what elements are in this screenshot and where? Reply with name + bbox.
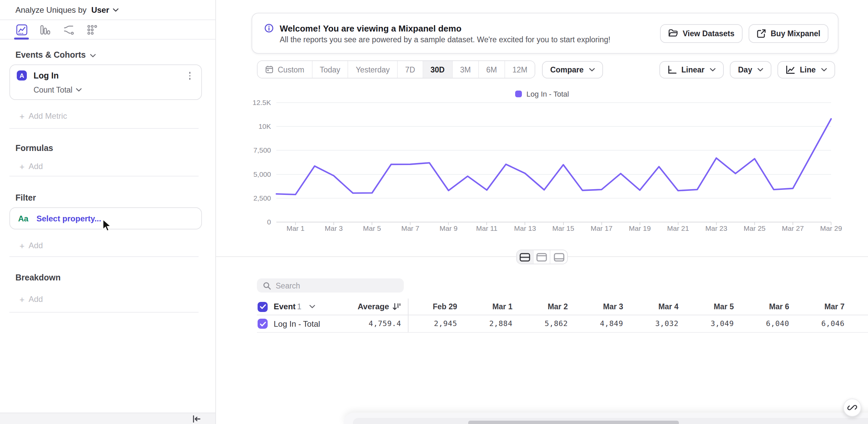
select-property-link[interactable]: Select property... bbox=[36, 214, 101, 223]
banner-subtitle: All the reports you see are powered by a… bbox=[280, 35, 611, 43]
events-cohorts-heading[interactable]: Events & Cohorts bbox=[0, 50, 215, 60]
compare-dropdown[interactable]: Compare bbox=[542, 61, 603, 78]
table-value-cell: 3,032 bbox=[626, 315, 681, 332]
line-chart-svg: 02,5005,0007,50010K12.5KMar 1Mar 3Mar 5M… bbox=[216, 98, 867, 236]
table-date-header[interactable]: Mar 4 bbox=[626, 299, 681, 315]
formulas-heading: Formulas bbox=[0, 144, 215, 154]
chart-legend[interactable]: Log In - Total bbox=[216, 90, 868, 98]
scrollbar-track[interactable] bbox=[353, 418, 868, 424]
calendar-icon bbox=[265, 65, 274, 74]
add-formula-button[interactable]: + Add bbox=[0, 162, 215, 171]
table-value-cell: 3,049 bbox=[681, 315, 737, 332]
analyze-header: Analyze Uniques by User bbox=[0, 0, 215, 20]
string-property-type-badge: Aa bbox=[18, 214, 29, 223]
section-divider bbox=[9, 256, 198, 257]
table-date-header[interactable]: Mar 5 bbox=[681, 299, 737, 315]
legend-label: Log In - Total bbox=[527, 90, 569, 98]
retention-grid-icon bbox=[86, 24, 98, 35]
svg-text:0: 0 bbox=[267, 218, 271, 226]
add-breakdown-button[interactable]: + Add bbox=[0, 295, 215, 304]
series-checkbox[interactable] bbox=[257, 319, 268, 329]
range-button-6m[interactable]: 6M bbox=[479, 61, 505, 78]
copy-link-button[interactable] bbox=[843, 398, 861, 417]
breakdown-heading: Breakdown bbox=[0, 273, 215, 283]
collapse-left-icon bbox=[192, 415, 200, 422]
range-button-30d[interactable]: 30D bbox=[423, 61, 453, 78]
buy-mixpanel-button[interactable]: Buy Mixpanel bbox=[749, 24, 829, 42]
average-column-header[interactable]: Average bbox=[344, 299, 408, 315]
collapse-sidebar-button[interactable] bbox=[192, 415, 200, 422]
tab-bar-chart[interactable] bbox=[39, 20, 51, 39]
svg-text:Mar 11: Mar 11 bbox=[476, 224, 497, 232]
folder-icon bbox=[668, 29, 678, 37]
chevron-down-icon bbox=[90, 53, 96, 57]
interval-dropdown[interactable]: Day bbox=[730, 61, 772, 78]
date-range-group: CustomTodayYesterday7D30D3M6M12M bbox=[257, 60, 535, 79]
layout-split-view-button[interactable] bbox=[517, 250, 534, 264]
svg-text:Mar 29: Mar 29 bbox=[820, 224, 842, 232]
query-sections: Events & Cohorts A Log In Count Total + … bbox=[0, 50, 215, 313]
check-icon bbox=[259, 321, 266, 326]
info-icon bbox=[264, 24, 274, 33]
query-builder-sidebar: Analyze Uniques by User bbox=[0, 0, 216, 424]
results-table: Search Event 1 Average bbox=[257, 278, 868, 333]
check-icon bbox=[259, 304, 266, 309]
table-date-header[interactable]: Mar 7 bbox=[792, 299, 847, 315]
analyze-entity-dropdown[interactable]: User bbox=[91, 5, 118, 14]
event-column-header[interactable]: Event 1 bbox=[274, 302, 302, 311]
layout-toggle-group bbox=[516, 249, 568, 264]
aggregation-value: Count Total bbox=[34, 86, 72, 94]
flows-icon bbox=[63, 24, 74, 35]
insights-line-chart-icon bbox=[16, 24, 27, 35]
range-button-today[interactable]: Today bbox=[312, 61, 348, 78]
table-date-header[interactable]: Mar 3 bbox=[570, 299, 626, 315]
plus-icon: + bbox=[20, 162, 25, 171]
metric-card[interactable]: A Log In Count Total bbox=[9, 64, 202, 100]
tab-insights-line-chart[interactable] bbox=[16, 20, 28, 39]
tab-retention[interactable] bbox=[86, 20, 98, 39]
kebab-menu-icon[interactable] bbox=[186, 70, 193, 81]
section-divider bbox=[9, 312, 198, 313]
table-date-header[interactable]: Feb 29 bbox=[408, 299, 460, 315]
svg-text:Mar 17: Mar 17 bbox=[591, 224, 613, 232]
chevron-down-icon bbox=[310, 305, 316, 309]
view-datasets-button[interactable]: View Datasets bbox=[660, 24, 742, 42]
tab-flows[interactable] bbox=[62, 20, 74, 39]
filter-property-selector[interactable]: Aa Select property... bbox=[9, 207, 202, 230]
scale-dropdown[interactable]: Linear bbox=[659, 61, 724, 78]
split-view-icon bbox=[520, 252, 530, 261]
scrollbar-thumb[interactable] bbox=[468, 421, 679, 424]
svg-text:Mar 21: Mar 21 bbox=[667, 224, 689, 232]
banner-actions: View Datasets Buy Mixpanel bbox=[660, 24, 829, 42]
add-metric-button[interactable]: + Add Metric bbox=[0, 112, 215, 121]
analyze-entity-value: User bbox=[91, 5, 109, 14]
table-date-header[interactable]: Mar 1 bbox=[460, 299, 515, 315]
horizontal-scrollbar bbox=[343, 413, 868, 424]
table-date-header[interactable]: Mar 6 bbox=[737, 299, 792, 315]
add-filter-button[interactable]: + Add bbox=[0, 242, 215, 250]
svg-text:Mar 13: Mar 13 bbox=[514, 224, 536, 232]
svg-text:10K: 10K bbox=[258, 122, 271, 130]
aggregation-dropdown[interactable]: Count Total bbox=[34, 86, 193, 94]
demo-welcome-banner: Welcome! You are viewing a Mixpanel demo… bbox=[252, 13, 838, 54]
range-button-yesterday[interactable]: Yesterday bbox=[348, 61, 398, 78]
layout-table-view-button[interactable] bbox=[534, 250, 550, 264]
active-tab-underline bbox=[14, 37, 29, 39]
table-value-cell: 6,040 bbox=[737, 315, 792, 332]
link-icon bbox=[847, 402, 857, 413]
banner-text: Welcome! You are viewing a Mixpanel demo… bbox=[264, 23, 611, 43]
range-button-3m[interactable]: 3M bbox=[453, 61, 479, 78]
chart-type-dropdown[interactable]: Line bbox=[778, 61, 835, 78]
layout-chart-view-button[interactable] bbox=[550, 250, 567, 264]
range-button-7d[interactable]: 7D bbox=[398, 61, 423, 78]
report-canvas: Welcome! You are viewing a Mixpanel demo… bbox=[216, 0, 868, 424]
section-divider bbox=[9, 176, 198, 177]
range-button-12m[interactable]: 12M bbox=[505, 61, 535, 78]
events-cohorts-label: Events & Cohorts bbox=[16, 50, 86, 60]
search-input[interactable]: Search bbox=[257, 278, 404, 293]
table-date-header[interactable]: Mar 2 bbox=[515, 299, 570, 315]
select-all-checkbox[interactable] bbox=[257, 302, 268, 312]
metric-event-name[interactable]: Log In bbox=[34, 71, 59, 81]
range-button-custom[interactable]: Custom bbox=[257, 61, 312, 78]
chevron-down-icon bbox=[710, 67, 716, 71]
